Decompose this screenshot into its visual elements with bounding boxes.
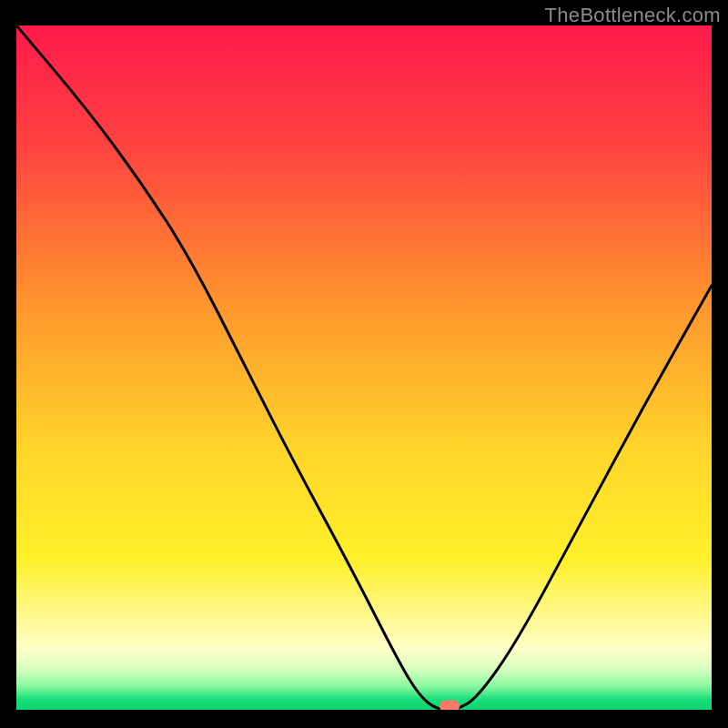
watermark-text: TheBottleneck.com [545,4,721,27]
optimal-point-marker [440,701,460,710]
bottleneck-curve [16,25,712,710]
chart-plot-area [16,25,712,710]
